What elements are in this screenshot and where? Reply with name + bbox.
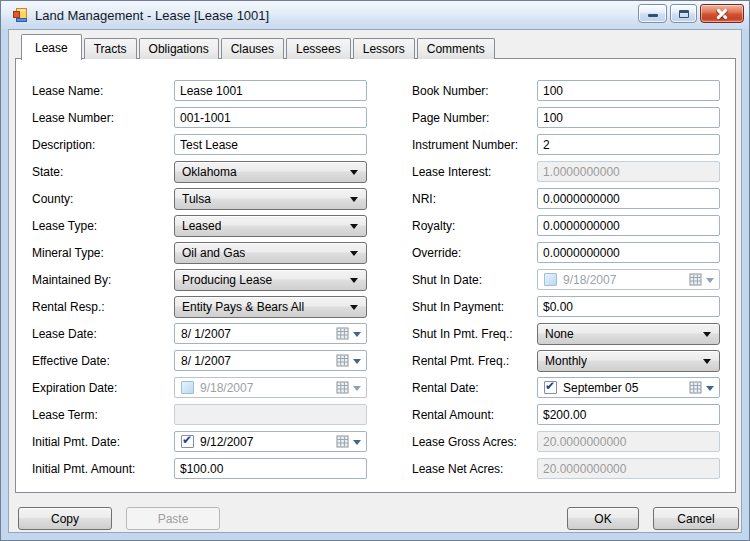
initial-pmt-date-checkbox[interactable] [181, 435, 194, 448]
field-row-shut-in-date: Shut In Date: 9/18/2007 [412, 266, 720, 293]
field-row-nri: NRI: [412, 185, 720, 212]
field-label: Lease Number: [32, 111, 174, 125]
field-control: Producing Lease [174, 269, 367, 291]
cancel-button[interactable]: Cancel [653, 507, 739, 530]
copy-button[interactable]: Copy [18, 507, 112, 530]
field-control [174, 458, 367, 479]
expiration-date-checkbox[interactable] [181, 381, 194, 394]
mineral-type-select[interactable]: Oil and Gas [174, 242, 367, 264]
field-control [537, 161, 720, 182]
calendar-dropdown-button[interactable] [336, 354, 361, 367]
tab-lease[interactable]: Lease [21, 34, 82, 60]
rental-resp-select[interactable]: Entity Pays & Bears All [174, 296, 367, 318]
field-label: Lease Net Acres: [412, 462, 537, 476]
selected-value: Oklahoma [182, 165, 237, 179]
tab-tracts[interactable]: Tracts [84, 38, 137, 59]
field-label: Initial Pmt. Date: [32, 435, 174, 449]
field-row-lease-term: Lease Term: [32, 401, 367, 428]
field-label: County: [32, 192, 174, 206]
field-row-book-number: Book Number: [412, 77, 720, 104]
override-input[interactable] [537, 242, 720, 263]
book-number-input[interactable] [537, 80, 720, 101]
field-label: Rental Date: [412, 381, 537, 395]
minimize-button[interactable] [638, 4, 667, 23]
date-value: 8/ 1/2007 [181, 327, 336, 341]
tab-comments[interactable]: Comments [417, 38, 495, 59]
field-row-maintained-by: Maintained By: Producing Lease [32, 266, 367, 293]
page-number-input[interactable] [537, 107, 720, 128]
lease-number-input[interactable] [174, 107, 367, 128]
chevron-down-icon [350, 170, 358, 175]
county-select[interactable]: Tulsa [174, 188, 367, 210]
field-control [174, 107, 367, 128]
field-row-lease-date: Lease Date: 8/ 1/2007 [32, 320, 367, 347]
chevron-down-icon [703, 332, 711, 337]
field-control: Oklahoma [174, 161, 367, 183]
field-control [537, 215, 720, 236]
field-row-lease-net-acres: Lease Net Acres: [412, 455, 720, 482]
field-label: Effective Date: [32, 354, 174, 368]
field-row-rental-pmt-freq: Rental Pmt. Freq.: Monthly [412, 347, 720, 374]
field-control [174, 404, 367, 425]
field-label: Shut In Date: [412, 273, 537, 287]
calendar-dropdown-button[interactable] [689, 381, 714, 394]
field-label: Expiration Date: [32, 381, 174, 395]
field-row-page-number: Page Number: [412, 104, 720, 131]
field-row-effective-date: Effective Date: 8/ 1/2007 [32, 347, 367, 374]
calendar-dropdown-button[interactable] [336, 381, 361, 394]
maintained-by-select[interactable]: Producing Lease [174, 269, 367, 291]
field-row-override: Override: [412, 239, 720, 266]
window-controls [635, 4, 744, 23]
shut-in-payment-input[interactable] [537, 296, 720, 317]
lease-gross-acres-input [537, 431, 720, 452]
field-row-expiration-date: Expiration Date: 9/18/2007 [32, 374, 367, 401]
maximize-button[interactable] [670, 4, 697, 23]
nri-input[interactable] [537, 188, 720, 209]
close-button[interactable] [700, 4, 744, 23]
tab-lessees[interactable]: Lessees [286, 38, 351, 59]
field-row-lease-interest: Lease Interest: [412, 158, 720, 185]
description-input[interactable] [174, 134, 367, 155]
tab-lessors[interactable]: Lessors [353, 38, 415, 59]
land-management-lease-window: Land Management - Lease [Lease 1001] Lea… [0, 0, 750, 541]
tab-strip: Lease Tracts Obligations Clauses Lessees… [21, 34, 497, 60]
state-select[interactable]: Oklahoma [174, 161, 367, 183]
maximize-icon [679, 10, 689, 18]
selected-value: Oil and Gas [182, 246, 245, 260]
field-control: Oil and Gas [174, 242, 367, 264]
field-label: NRI: [412, 192, 537, 206]
royalty-input[interactable] [537, 215, 720, 236]
initial-pmt-amount-input[interactable] [174, 458, 367, 479]
field-label: State: [32, 165, 174, 179]
lease-name-input[interactable] [174, 80, 367, 101]
ok-button[interactable]: OK [567, 507, 639, 530]
calendar-dropdown-button[interactable] [689, 273, 714, 286]
field-row-rental-date: Rental Date: September 05 [412, 374, 720, 401]
shut-in-date-datepicker: 9/18/2007 [537, 269, 720, 290]
instrument-number-input[interactable] [537, 134, 720, 155]
rental-amount-input[interactable] [537, 404, 720, 425]
field-control [537, 458, 720, 479]
field-row-shut-in-pmt-freq: Shut In Pmt. Freq.: None [412, 320, 720, 347]
tab-clauses[interactable]: Clauses [221, 38, 284, 59]
field-control: Leased [174, 215, 367, 237]
rental-pmt-freq-select[interactable]: Monthly [537, 350, 720, 372]
rental-date-datepicker[interactable]: September 05 [537, 377, 720, 398]
field-label: Lease Date: [32, 327, 174, 341]
lease-type-select[interactable]: Leased [174, 215, 367, 237]
tab-obligations[interactable]: Obligations [139, 38, 219, 59]
lease-tab-page: Lease Name: Lease Number: Description: S… [15, 58, 736, 493]
field-label: Mineral Type: [32, 246, 174, 260]
calendar-dropdown-button[interactable] [336, 435, 361, 448]
rental-date-checkbox[interactable] [544, 381, 557, 394]
field-row-county: County: Tulsa [32, 185, 367, 212]
effective-date-datepicker[interactable]: 8/ 1/2007 [174, 350, 367, 371]
field-control: Monthly [537, 350, 720, 372]
shut-in-date-checkbox[interactable] [544, 273, 557, 286]
lease-date-datepicker[interactable]: 8/ 1/2007 [174, 323, 367, 344]
calendar-icon [336, 327, 350, 340]
calendar-dropdown-button[interactable] [336, 327, 361, 340]
initial-pmt-date-datepicker[interactable]: 9/12/2007 [174, 431, 367, 452]
window-titlebar[interactable]: Land Management - Lease [Lease 1001] [1, 1, 749, 29]
shut-in-pmt-freq-select[interactable]: None [537, 323, 720, 345]
